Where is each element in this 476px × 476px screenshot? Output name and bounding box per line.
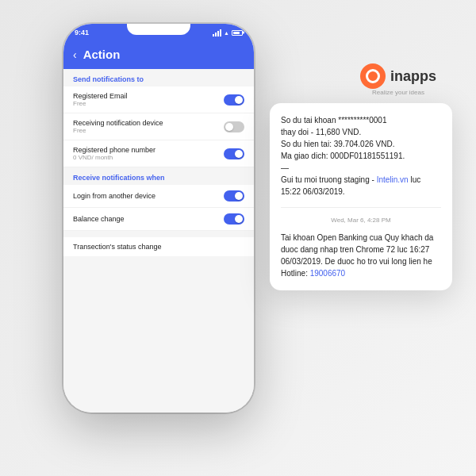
sms-divider (281, 207, 441, 208)
signal-icon (213, 29, 221, 36)
app-header: ‹ Action (63, 41, 254, 69)
list-item: Receiving notification device Free (63, 113, 254, 140)
setting-name: Registered Email (73, 92, 128, 100)
sms-link-intelin[interactable]: Intelin.vn (377, 175, 409, 184)
setting-sub: 0 VND/ month (73, 154, 155, 161)
list-item: Transection's status change (63, 237, 254, 256)
toggle-device[interactable] (224, 121, 244, 132)
setting-name: Registered phone number (73, 146, 155, 154)
sms-card: So du tai khoan **********0001 thay doi … (270, 103, 452, 290)
phone-screen: 9:41 ▲ ‹ Action Send notification (63, 24, 254, 413)
sms-message-1: So du tai khoan **********0001 thay doi … (281, 114, 441, 198)
sms-text-dash: — (281, 163, 289, 172)
scene: 9:41 ▲ ‹ Action Send notification (0, 0, 476, 476)
inapps-name: inapps (390, 68, 436, 85)
setting-name: Login from another device (73, 192, 155, 200)
setting-name: Balance change (73, 215, 125, 223)
list-item: Balance change (63, 208, 254, 231)
section-receive-label: Receive notifications when (63, 167, 254, 185)
phone-content: Send notifications to Registered Email F… (63, 69, 254, 256)
setting-name: Receiving notification device (73, 119, 163, 127)
inapps-icon (360, 63, 386, 89)
sms-message2-text: Tai khoan Open Banking cua Quy khach da … (281, 233, 433, 278)
setting-sub: Free (73, 100, 128, 107)
section-send-label: Send notifications to (63, 69, 254, 86)
wifi-icon: ▲ (224, 30, 229, 36)
toggle-login[interactable] (224, 190, 244, 202)
list-item: Registered Email Free (63, 86, 254, 113)
toggle-email[interactable] (224, 94, 244, 106)
sms-link-hotline[interactable]: 19006670 (310, 269, 346, 278)
sms-text-line2: thay doi - 11,680 VND. (281, 128, 361, 136)
setting-sub: Free (73, 127, 163, 134)
status-time: 9:41 (75, 29, 89, 36)
page-title: Action (83, 48, 121, 61)
inapps-tagline: Realize your ideas (372, 89, 424, 96)
sms-text-line6: Gui tu moi truong staging - (281, 175, 374, 184)
sms-timestamp: Wed, Mar 6, 4:28 PM (281, 216, 441, 225)
setting-name: Transection's status change (73, 243, 161, 251)
back-button[interactable]: ‹ (73, 48, 77, 61)
phone-notch (127, 24, 190, 35)
sms-text-line4: Ma giao dich: 000DF01181551191. (281, 152, 405, 160)
inapps-logo: inapps Realize your ideas (360, 63, 436, 96)
sms-text-line3: So du hien tai: 39.704.026 VND. (281, 140, 394, 148)
list-item: Login from another device (63, 185, 254, 208)
phone-mockup: 9:41 ▲ ‹ Action Send notification (63, 24, 254, 413)
toggle-phone[interactable] (224, 148, 244, 159)
list-item: Registered phone number 0 VND/ month (63, 140, 254, 167)
toggle-balance[interactable] (224, 213, 244, 225)
status-icons: ▲ (213, 29, 243, 36)
battery-icon (232, 30, 243, 36)
sms-message-2: Tai khoan Open Banking cua Quy khach da … (281, 232, 441, 279)
sms-text-line1: So du tai khoan **********0001 (281, 116, 386, 125)
